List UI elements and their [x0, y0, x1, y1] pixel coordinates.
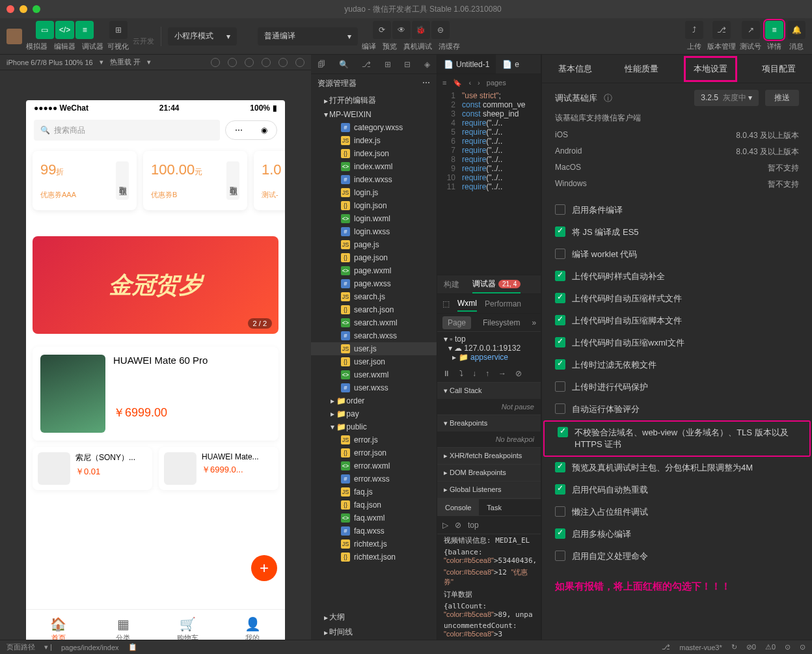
product-card[interactable]: HUAWEI Mate 60 Pro ￥6999.00: [33, 347, 278, 441]
file-item[interactable]: ▸ 📁pay: [311, 407, 437, 420]
setting-check[interactable]: 上传代码时自动压缩脚本文件: [542, 310, 812, 332]
ext-icon[interactable]: ⊞: [385, 60, 391, 69]
wxml-tab[interactable]: Wxml: [457, 296, 477, 312]
console-tab[interactable]: Console: [437, 499, 479, 515]
setting-check[interactable]: 编译 worklet 代码: [542, 243, 812, 266]
settings-tab[interactable]: 基本信息: [550, 58, 600, 80]
file-item[interactable]: {}faq.json: [311, 498, 437, 511]
file-item[interactable]: JSlogin.js: [311, 186, 437, 199]
setting-check[interactable]: 懒注入占位组件调试: [542, 501, 812, 523]
details-button[interactable]: ≡: [765, 21, 783, 39]
setting-check[interactable]: 启用条件编译: [542, 199, 812, 221]
file-item[interactable]: JSerror.js: [311, 433, 437, 446]
plugin-icon[interactable]: ◈: [424, 60, 430, 69]
checkbox[interactable]: [558, 427, 568, 437]
performance-tab[interactable]: Performan: [485, 297, 521, 311]
setting-check[interactable]: 不校验合法域名、web-view（业务域名）、TLS 版本以及 HTTPS 证书: [543, 420, 811, 457]
file-item[interactable]: #login.wxss: [311, 225, 437, 238]
checkbox[interactable]: [555, 271, 565, 281]
file-item[interactable]: <>error.wxml: [311, 459, 437, 472]
debugger-toggle[interactable]: ≡: [75, 21, 94, 39]
file-item[interactable]: {}login.json: [311, 199, 437, 212]
maximize-window[interactable]: [33, 5, 40, 13]
checkbox[interactable]: [555, 226, 565, 237]
checkbox[interactable]: [555, 204, 565, 215]
branch-icon[interactable]: ⎇: [362, 60, 371, 69]
setting-check[interactable]: 上传代码时自动压缩wxml文件: [542, 332, 812, 354]
file-item[interactable]: ▸ 📁order: [311, 394, 437, 407]
fab-add-button[interactable]: +: [251, 555, 277, 581]
file-item[interactable]: {}user.json: [311, 355, 437, 368]
upload-button[interactable]: ⤴: [685, 21, 703, 39]
setting-check[interactable]: 启用多核心编译: [542, 523, 812, 545]
minimize-window[interactable]: [20, 5, 27, 13]
file-item[interactable]: {}search.json: [311, 303, 437, 316]
tab-首页[interactable]: 🏠首页: [26, 610, 91, 640]
checkbox[interactable]: [555, 359, 565, 370]
push-button[interactable]: 推送: [765, 90, 799, 106]
banner[interactable]: 金冠贺岁 2 / 2: [33, 236, 278, 334]
checkbox[interactable]: [555, 484, 565, 495]
file-item[interactable]: JSpage.js: [311, 238, 437, 251]
setting-check[interactable]: 启用代码自动热重载: [542, 479, 812, 501]
search-icon[interactable]: 🔍: [339, 60, 349, 69]
user-avatar[interactable]: [7, 29, 22, 44]
remote-debug-button[interactable]: 🐞: [412, 21, 430, 39]
setting-check[interactable]: 上传时进行代码保护: [542, 376, 812, 398]
setting-check[interactable]: 上传时过滤无依赖文件: [542, 354, 812, 376]
coupon-card[interactable]: 99折优惠券AAA立即领取: [33, 151, 137, 210]
checkbox[interactable]: [555, 337, 565, 347]
file-item[interactable]: JSindex.js: [311, 134, 437, 147]
section-open-editors[interactable]: ▸ 打开的编辑器: [311, 93, 437, 108]
capsule-button[interactable]: ⋯◉: [225, 120, 277, 140]
editor-tab[interactable]: 📄 Untitled-1: [437, 55, 496, 74]
file-item[interactable]: JSuser.js: [311, 342, 437, 355]
search-input[interactable]: 🔍 搜索商品: [34, 120, 220, 141]
clear-cache-button[interactable]: ⊖: [431, 21, 450, 39]
base-lib-select[interactable]: 3.2.5 灰度中 ▾: [694, 90, 759, 106]
tab-我的[interactable]: 👤我的: [221, 610, 286, 640]
version-button[interactable]: ⎇: [712, 21, 731, 39]
message-button[interactable]: 🔔: [787, 21, 805, 39]
file-item[interactable]: JSrichtext.js: [311, 538, 437, 551]
files-icon[interactable]: 🗐: [318, 60, 325, 69]
page-tab[interactable]: Page: [442, 316, 471, 329]
visualize-button[interactable]: ⊞: [109, 21, 128, 39]
setting-check[interactable]: 预览及真机调试时主包、分包体积上限调整为4M: [542, 457, 812, 479]
file-item[interactable]: {}index.json: [311, 147, 437, 160]
file-item[interactable]: JSsearch.js: [311, 290, 437, 303]
setting-check[interactable]: 上传代码时样式自动补全: [542, 266, 812, 288]
checkbox[interactable]: [555, 403, 565, 414]
file-item[interactable]: <>search.wxml: [311, 316, 437, 329]
filesystem-tab[interactable]: Filesystem: [478, 316, 525, 329]
preview-button[interactable]: 👁: [392, 21, 411, 39]
debugger-tab[interactable]: 调试器21, 4: [472, 276, 521, 293]
settings-tab[interactable]: 本地设置: [684, 56, 737, 82]
tab-购物车[interactable]: 🛒购物车: [156, 610, 221, 640]
checkbox[interactable]: [555, 293, 565, 303]
file-item[interactable]: #index.wxss: [311, 173, 437, 186]
file-item[interactable]: #user.wxss: [311, 381, 437, 394]
db-icon[interactable]: ⊟: [404, 60, 411, 69]
git-branch[interactable]: master-vue3*: [679, 644, 722, 651]
file-item[interactable]: #search.wxss: [311, 329, 437, 342]
file-item[interactable]: #faq.wxss: [311, 525, 437, 538]
checkbox[interactable]: [555, 462, 565, 472]
checkbox[interactable]: [555, 315, 565, 325]
file-item[interactable]: <>index.wxml: [311, 160, 437, 173]
coupon-card[interactable]: 1.0测试-: [254, 151, 285, 210]
tab-分类[interactable]: ▦分类: [91, 610, 156, 640]
compile-button[interactable]: ⟳: [373, 21, 391, 39]
settings-tab[interactable]: 项目配置: [754, 58, 804, 80]
close-window[interactable]: [7, 5, 14, 13]
editor-toggle[interactable]: </>: [55, 21, 74, 39]
checkbox[interactable]: [555, 528, 565, 539]
checkbox[interactable]: [555, 551, 565, 561]
compile-mode-dropdown[interactable]: 普通编译▾: [258, 27, 358, 46]
device-selector[interactable]: iPhone 6/7/8 Plus 100% 16: [7, 59, 93, 66]
file-item[interactable]: {}page.json: [311, 251, 437, 264]
file-item[interactable]: {}error.json: [311, 446, 437, 459]
file-item[interactable]: JSfaq.js: [311, 485, 437, 498]
file-item[interactable]: <>faq.wxml: [311, 511, 437, 525]
file-item[interactable]: #category.wxss: [311, 121, 437, 134]
